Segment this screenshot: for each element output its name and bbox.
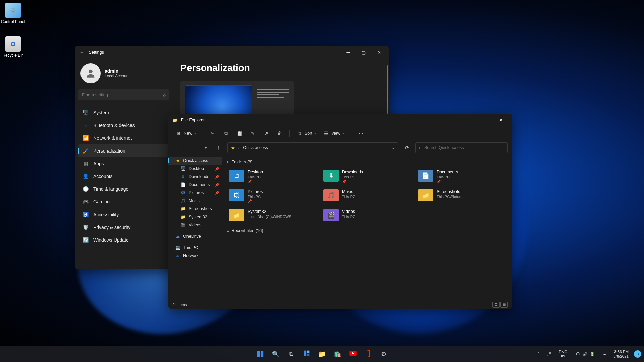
tree-item-desktop[interactable]: 🖥️Desktop📌	[168, 165, 222, 173]
folder-videos[interactable]: 🎬VideosThis PC	[321, 207, 413, 223]
nav-icon: 🛡️	[83, 224, 89, 230]
tree-item-videos[interactable]: 🎬Videos	[168, 221, 222, 229]
tree-item-screenshots[interactable]: 📁Screenshots	[168, 205, 222, 213]
tree-icon: 🎵	[180, 198, 186, 203]
recent-section-header[interactable]: ▸ Recent files (16)	[227, 228, 507, 233]
maximize-button[interactable]: ▢	[478, 115, 493, 125]
sidebar-item-apps[interactable]: ▦Apps	[78, 157, 169, 170]
separator: |	[190, 303, 191, 307]
microphone-button[interactable]: 🎤	[545, 352, 553, 356]
folder-documents[interactable]: 📄DocumentsThis PC📌	[416, 168, 507, 185]
nav-icon: 👤	[83, 173, 89, 179]
quick-settings-button[interactable]: 🖵 🔊 🔋	[573, 350, 597, 358]
folder-music[interactable]: 🎵MusicThis PC	[321, 187, 413, 205]
share-button[interactable]: ↗	[261, 128, 272, 138]
more-button[interactable]: ⋯	[355, 128, 367, 138]
sidebar-item-network-internet[interactable]: 📶Network & internet	[78, 132, 169, 144]
tree-item-system32[interactable]: 📁System32	[168, 213, 222, 221]
sidebar-item-accounts[interactable]: 👤Accounts	[78, 170, 169, 183]
sidebar-item-privacy-security[interactable]: 🛡️Privacy & security	[78, 221, 169, 234]
onedrive-tray[interactable]: ☁	[601, 352, 608, 356]
tree-icon: 📁	[180, 206, 186, 211]
sidebar-item-windows-update[interactable]: 🔄Windows Update	[78, 234, 169, 246]
pin-icon: 📌	[215, 183, 219, 187]
sidebar-item-bluetooth-devices[interactable]: ᚼBluetooth & devices	[78, 119, 169, 132]
chevron-down-icon[interactable]: ⌄	[391, 145, 395, 150]
nav-back-button[interactable]: ←	[172, 143, 184, 153]
sidebar-item-time-language[interactable]: 🕒Time & language	[78, 183, 169, 195]
minimize-button[interactable]: ─	[340, 47, 356, 57]
tree-item-pictures[interactable]: 🖼Pictures📌	[168, 189, 222, 197]
copy-button[interactable]: ⧉	[220, 128, 232, 138]
tree-icon: 📁	[180, 215, 186, 219]
maximize-button[interactable]: ▢	[356, 47, 371, 57]
view-button[interactable]: ☰View▾	[321, 128, 347, 138]
taskbar-search[interactable]: 🔍	[269, 347, 282, 361]
folder-system32[interactable]: 📁System32Local Disk (C:)\WINDOWS	[227, 207, 318, 223]
sort-button[interactable]: ⇅Sort▾	[294, 128, 319, 138]
nav-history-button[interactable]: ▾	[202, 143, 209, 153]
sidebar-item-accessibility[interactable]: ♿Accessibility	[78, 208, 169, 221]
clock-time: 3:36 PM	[613, 349, 629, 354]
paste-button[interactable]: 📋	[234, 128, 245, 138]
taskbar-office[interactable]	[362, 347, 375, 361]
refresh-button[interactable]: ⟳	[402, 143, 412, 153]
tree-item-quick-access[interactable]: ★Quick access	[168, 157, 222, 165]
tree-item-this-pc[interactable]: 💻This PC	[168, 244, 222, 252]
taskbar-microsoft-store[interactable]: 🛍️	[331, 347, 344, 361]
tree-item-onedrive[interactable]: ☁OneDrive	[168, 232, 222, 240]
widgets-button[interactable]	[300, 347, 313, 361]
desktop-icon-recycle-bin[interactable]: ♻ Recycle Bin	[0, 36, 26, 58]
address-bar[interactable]: ★ › Quick access ⌄	[227, 142, 398, 153]
tree-item-music[interactable]: 🎵Music	[168, 197, 222, 205]
cut-icon: ✂	[210, 131, 216, 136]
folder-screenshots[interactable]: 📁ScreenshotsThis PC\Pictures	[416, 187, 507, 205]
user-account-row[interactable]: admin Local Account	[78, 61, 169, 89]
explorer-search-input[interactable]	[424, 145, 504, 150]
nav-icon: 🎮	[83, 199, 89, 205]
thumbnails-view-button[interactable]: ▦	[500, 302, 508, 308]
office-icon	[365, 350, 372, 358]
cut-button[interactable]: ✂	[207, 128, 218, 138]
back-icon[interactable]: ←	[80, 50, 84, 55]
tree-item-downloads[interactable]: ⬇Downloads📌	[168, 173, 222, 181]
tree-item-documents[interactable]: 📄Documents📌	[168, 181, 222, 189]
delete-button[interactable]: 🗑	[274, 128, 285, 138]
language-button[interactable]: ENG IN	[556, 348, 570, 360]
nav-up-button[interactable]: ↑	[213, 143, 224, 153]
notification-center-button[interactable]: 3	[634, 350, 641, 358]
sidebar-item-personalization[interactable]: 🖌️Personalization	[78, 144, 169, 157]
sidebar-item-gaming[interactable]: 🎮Gaming	[78, 195, 169, 208]
explorer-search[interactable]: ⌕	[415, 142, 508, 153]
tree-item-network[interactable]: 🖧Network	[168, 252, 222, 260]
sidebar-item-label: Windows Update	[93, 237, 129, 243]
tree-item-label: Videos	[189, 223, 201, 227]
details-view-button[interactable]: ≣	[492, 302, 500, 308]
desktop-icon-control-panel[interactable]: ⚙️ Control Panel	[0, 3, 26, 24]
sidebar-item-label: Network & internet	[93, 135, 132, 141]
taskbar-clock[interactable]: 3:36 PM 8/6/2021	[611, 349, 631, 359]
task-view-button[interactable]: ⧉	[284, 347, 298, 361]
folder-desktop[interactable]: 🖥DesktopThis PC📌	[227, 168, 318, 185]
tree-item-label: Music	[189, 198, 200, 203]
minimize-button[interactable]: ─	[462, 115, 478, 125]
start-button[interactable]	[254, 347, 267, 361]
new-button[interactable]: ⊕New▾	[173, 128, 199, 138]
show-hidden-icons[interactable]: ˄	[535, 352, 542, 356]
folders-section-header[interactable]: ▾ Folders (8)	[227, 159, 507, 164]
close-button[interactable]: ✕	[371, 47, 387, 57]
nav-forward-button[interactable]: →	[187, 143, 199, 153]
taskbar-youtube[interactable]	[346, 347, 360, 361]
settings-search-input[interactable]	[78, 89, 169, 100]
taskbar-settings[interactable]: ⚙	[377, 347, 390, 361]
close-button[interactable]: ✕	[493, 115, 508, 125]
folder-downloads[interactable]: ⬇DownloadsThis PC📌	[321, 168, 413, 185]
settings-titlebar[interactable]: ← Settings ─ ▢ ✕	[75, 46, 389, 59]
explorer-titlebar[interactable]: 📁 File Explorer ─ ▢ ✕	[168, 114, 512, 126]
rename-button[interactable]: ✎	[247, 128, 259, 138]
sidebar-item-system[interactable]: 🖥️System	[78, 106, 169, 119]
folder-pictures[interactable]: 🖼PicturesThis PC📌	[227, 187, 318, 205]
sort-label: Sort	[305, 131, 312, 136]
folder-icon: 🖥	[229, 170, 244, 182]
taskbar-file-explorer[interactable]: 📁	[315, 347, 329, 361]
